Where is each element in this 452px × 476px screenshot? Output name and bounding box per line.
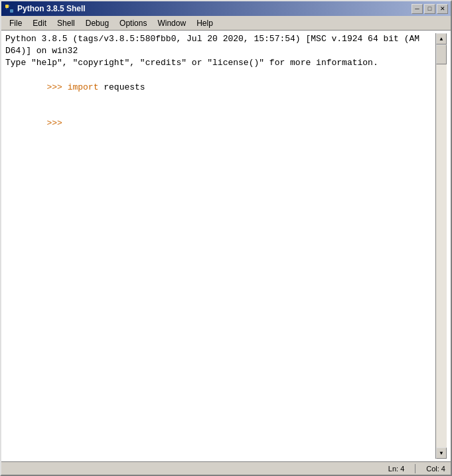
svg-rect-1 [10, 9, 13, 13]
menu-edit[interactable]: Edit [27, 17, 52, 29]
maximize-button[interactable]: □ [424, 4, 435, 14]
shell-line-5: >>> [5, 106, 435, 142]
close-button[interactable]: ✕ [437, 4, 448, 14]
status-line: Ln: 4 [388, 465, 404, 473]
menu-file[interactable]: File [4, 17, 27, 29]
shell-line-1: Python 3.8.5 (tags/v3.8.5:580fbb0, Jul 2… [5, 33, 435, 45]
shell-line-2: D64)] on win32 [5, 45, 435, 57]
title-bar-left: Python 3.8.5 Shell [4, 3, 86, 14]
scroll-up-button[interactable]: ▲ [436, 33, 447, 44]
window-title: Python 3.8.5 Shell [17, 4, 86, 13]
menu-help[interactable]: Help [191, 17, 218, 29]
menu-shell[interactable]: Shell [52, 17, 80, 29]
status-bar: Ln: 4 Col: 4 [1, 461, 451, 475]
shell-content[interactable]: Python 3.8.5 (tags/v3.8.5:580fbb0, Jul 2… [1, 31, 451, 461]
scroll-track[interactable] [436, 44, 447, 447]
shell-prompt-1: >>> [46, 82, 67, 92]
shell-line-4: >>> import requests [5, 70, 435, 106]
svg-rect-0 [5, 5, 9, 8]
title-buttons: ─ □ ✕ [412, 4, 448, 14]
scroll-thumb[interactable] [436, 44, 447, 64]
menu-debug[interactable]: Debug [80, 17, 114, 29]
shell-command-1: requests [98, 82, 145, 92]
python-icon [4, 3, 15, 14]
scroll-down-button[interactable]: ▼ [436, 447, 447, 459]
menu-options[interactable]: Options [114, 17, 152, 29]
title-bar: Python 3.8.5 Shell ─ □ ✕ [1, 1, 451, 16]
scrollbar[interactable]: ▲ ▼ [435, 33, 447, 459]
main-window: Python 3.8.5 Shell ─ □ ✕ File Edit Shell… [0, 0, 452, 476]
shell-prompt-2: >>> [46, 118, 67, 128]
shell-text-area: Python 3.8.5 (tags/v3.8.5:580fbb0, Jul 2… [5, 33, 435, 459]
menu-bar: File Edit Shell Debug Options Window Hel… [1, 16, 451, 31]
shell-keyword-import: import [68, 82, 99, 92]
minimize-button[interactable]: ─ [412, 4, 423, 14]
status-col: Col: 4 [426, 465, 445, 473]
menu-window[interactable]: Window [152, 17, 191, 29]
status-divider [415, 464, 415, 473]
shell-line-3: Type "help", "copyright", "credits" or "… [5, 57, 435, 69]
